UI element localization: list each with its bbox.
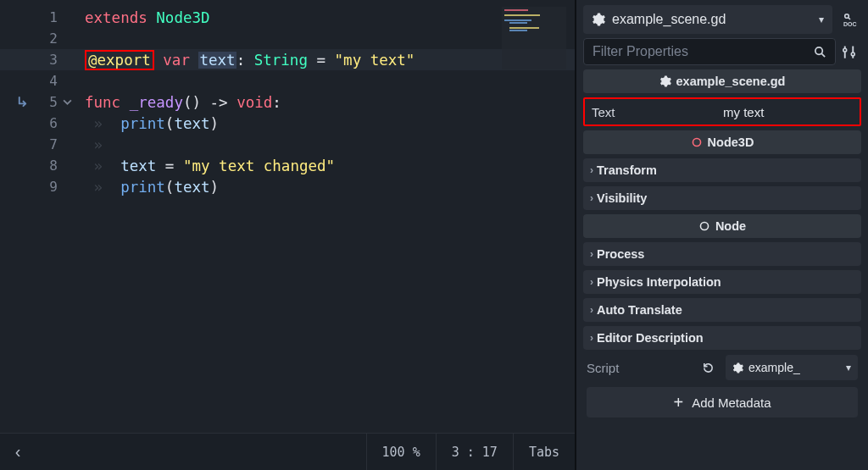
plus-icon: + (673, 393, 683, 412)
svg-point-3 (843, 48, 847, 52)
chevron-right-icon: › (590, 164, 593, 176)
category-process[interactable]: › Process (583, 242, 861, 266)
connected-signal-icon[interactable] (0, 96, 32, 108)
docs-button[interactable]: DOC (837, 8, 861, 31)
script-editor-pane: 1 extends Node3D 2 3 @export var text: S… (0, 0, 576, 470)
svg-point-4 (851, 52, 854, 55)
code-line-3[interactable]: 3 @export var text: String = "my text" (0, 49, 575, 70)
chevron-right-icon: › (590, 276, 593, 288)
script-property-label: Script (587, 361, 697, 375)
chevron-right-icon: › (590, 248, 593, 260)
export-annotation-highlight: @export (85, 50, 154, 70)
svg-point-5 (693, 138, 700, 146)
chevron-right-icon: › (590, 332, 593, 344)
gear-icon (592, 13, 605, 26)
node-icon (698, 220, 710, 232)
code-line-4[interactable]: 4 (0, 70, 575, 91)
cursor-position[interactable]: 3 : 17 (436, 434, 513, 470)
filter-properties-input[interactable]: Filter Properties (583, 38, 836, 65)
add-metadata-button[interactable]: + Add Metadata (587, 387, 858, 417)
svg-point-6 (700, 222, 708, 229)
chevron-right-icon: › (590, 192, 593, 204)
reset-property-button[interactable] (702, 362, 721, 374)
code-line-9[interactable]: 9 » print(text) (0, 176, 575, 197)
exported-text-property-highlight: Text my text (583, 97, 861, 126)
editor-status-bar: ‹ 100 % 3 : 17 Tabs (0, 433, 575, 470)
chevron-down-icon: ▾ (846, 362, 851, 373)
fold-toggle-icon[interactable] (63, 97, 80, 107)
script-resource-dropdown[interactable]: example_ ▾ (726, 355, 858, 380)
gear-icon (732, 362, 743, 373)
property-value-text[interactable]: my text (723, 105, 853, 119)
script-class-header[interactable]: example_scene.gd (583, 69, 861, 93)
category-editor-description[interactable]: › Editor Description (583, 326, 861, 350)
indent-mode[interactable]: Tabs (513, 434, 575, 470)
chevron-down-icon: ▾ (819, 14, 824, 25)
category-auto-translate[interactable]: › Auto Translate (583, 298, 861, 322)
inspector-pane: example_scene.gd ▾ DOC Filter Properties… (576, 0, 868, 470)
svg-point-2 (815, 47, 822, 53)
node3d-icon (691, 136, 703, 148)
gear-icon (659, 75, 671, 87)
chevron-right-icon: › (590, 304, 593, 316)
resource-selector[interactable]: example_scene.gd ▾ (583, 5, 832, 34)
node-class-header[interactable]: Node (583, 214, 861, 238)
code-area[interactable]: 1 extends Node3D 2 3 @export var text: S… (0, 0, 575, 433)
category-visibility[interactable]: › Visibility (583, 186, 861, 210)
code-line-2[interactable]: 2 (0, 28, 575, 49)
svg-text:DOC: DOC (843, 21, 857, 27)
back-button[interactable]: ‹ (0, 442, 36, 462)
code-line-7[interactable]: 7 » (0, 134, 575, 155)
code-line-6[interactable]: 6 » print(text) (0, 113, 575, 134)
svg-point-0 (845, 14, 849, 19)
node3d-class-header[interactable]: Node3D (583, 130, 861, 154)
category-physics-interpolation[interactable]: › Physics Interpolation (583, 270, 861, 294)
search-icon (814, 46, 826, 58)
code-line-8[interactable]: 8 » text = "my text changed" (0, 155, 575, 176)
resource-name: example_scene.gd (612, 12, 726, 27)
inspector-tools-button[interactable] (841, 44, 861, 60)
code-line-5[interactable]: 5 func _ready() -> void: (0, 91, 575, 113)
zoom-level[interactable]: 100 % (366, 434, 436, 470)
property-label-text: Text (592, 105, 723, 119)
code-line-1[interactable]: 1 extends Node3D (0, 7, 575, 28)
minimap[interactable] (502, 7, 566, 69)
category-transform[interactable]: › Transform (583, 158, 861, 182)
